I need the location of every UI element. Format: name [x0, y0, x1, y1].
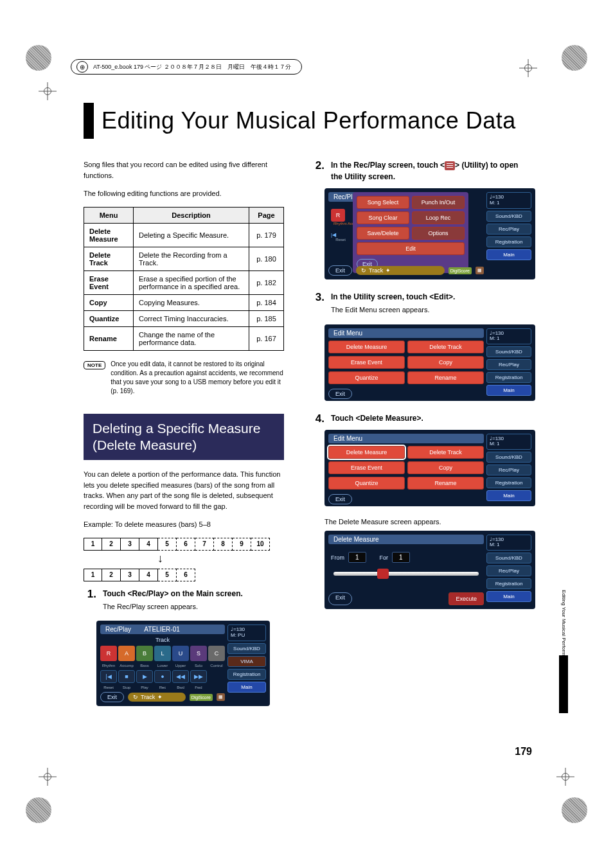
track-B[interactable]: B — [136, 646, 153, 661]
print-header: ⊕ AT-500_e.book 179 ページ ２００８年７月２８日 月曜日 午… — [71, 59, 302, 75]
side2-rec[interactable]: Rec/Play — [486, 224, 531, 235]
em-copy[interactable]: Copy — [407, 356, 484, 369]
transport-stop[interactable]: ■ — [118, 670, 135, 683]
em-erase[interactable]: Erase Event — [328, 356, 405, 369]
recplay-track-button[interactable]: ↻ Track ✦ — [128, 693, 186, 702]
recplay2-digi[interactable]: DigiScore — [449, 267, 472, 274]
table-row: Erase EventErase a specified portion of … — [84, 270, 284, 294]
title-accent — [84, 103, 94, 139]
util-punch[interactable]: Punch In/Out — [412, 196, 465, 209]
print-header-text: AT-500_e.book 179 ページ ２００８年７月２８日 月曜日 午後４… — [93, 63, 291, 71]
dm-execute[interactable]: Execute — [449, 592, 484, 605]
recplay-song: ATELIER-01 — [144, 626, 179, 633]
track-heading: Track — [100, 637, 225, 643]
intro-para-1: Song files that you record can be edited… — [84, 159, 284, 181]
digiscore-button[interactable]: DigiScore — [190, 694, 213, 701]
step-4-sub: The Delete Measure screen appears. — [324, 518, 530, 526]
step-2: 2. In the Rec/Play screen, touch <> (Uti… — [312, 159, 530, 184]
step-2-instr: In the Rec/Play screen, touch <> (Utilit… — [331, 159, 530, 182]
recplay2-exit[interactable]: Exit — [328, 265, 352, 276]
side2-main[interactable]: Main — [486, 249, 531, 260]
util-edit[interactable]: Edit — [357, 242, 465, 255]
right-column: 2. In the Rec/Play screen, touch <> (Uti… — [312, 159, 530, 621]
util-song-select[interactable]: Song Select — [357, 196, 409, 209]
em-quantize[interactable]: Quantize — [328, 371, 405, 384]
th-page: Page — [249, 207, 284, 223]
util-options[interactable]: Options — [412, 227, 465, 240]
em-rename[interactable]: Rename — [407, 371, 484, 384]
intro-para-2: The following editing functions are prov… — [84, 188, 284, 199]
track-S[interactable]: S — [190, 646, 207, 661]
recplay2-util[interactable]: ▦ — [475, 267, 484, 274]
track-L[interactable]: L — [154, 646, 171, 661]
chapter-title: Editing Your Musical Performance Data — [102, 107, 516, 134]
em-delmeasure[interactable]: Delete Measure — [328, 341, 405, 353]
reg-mark-tl — [39, 82, 57, 100]
side-tab-block — [559, 655, 568, 713]
reg-mark-tr — [519, 59, 537, 77]
step-1: 1. Touch <Rec/Play> on the Main screen. … — [84, 588, 284, 617]
step-4-instr: Touch <Delete Measure>. — [331, 412, 530, 424]
track-A[interactable]: A — [118, 646, 135, 661]
step-1-sub: The Rec/Play screen appears. — [103, 601, 284, 612]
deletemeasure-screenshot: Delete Measure From1 For1 Exit Execute ♩… — [324, 531, 535, 609]
functions-table: Menu Description Page Delete MeasureDele… — [84, 207, 284, 351]
step-4: 4. Touch <Delete Measure>. — [312, 412, 530, 426]
side-main[interactable]: Main — [227, 682, 266, 693]
util-loop[interactable]: Loop Rec — [412, 211, 465, 224]
utility-icon — [445, 161, 455, 170]
em-deltrack[interactable]: Delete Track — [407, 341, 484, 353]
th-desc: Description — [134, 207, 249, 223]
table-row: QuantizeCorrect Timing Inaccuracies.p. 1… — [84, 310, 284, 326]
recplay2-track[interactable]: ↻ Track ✦ — [356, 266, 445, 275]
recplay-screenshot: Rec/Play ATELIER-01 Track RABLUSC Rhythm… — [96, 621, 270, 706]
util-savedel[interactable]: Save/Delete — [357, 227, 409, 240]
side-vima[interactable]: VIMA — [227, 656, 266, 667]
step-2-num: 2. — [312, 159, 324, 184]
note-badge: NOTE — [84, 361, 105, 369]
step-3: 3. In the Utility screen, touch <Edit>. … — [312, 291, 530, 321]
transport-rec[interactable]: ● — [154, 670, 171, 683]
table-row: Delete MeasureDeleting a Specific Measur… — [84, 223, 284, 247]
side2-reg[interactable]: Registration — [486, 236, 531, 247]
track-U[interactable]: U — [172, 646, 189, 661]
note-block: NOTE Once you edit data, it cannot be re… — [84, 360, 284, 396]
section-intro: You can delete a portion of the performa… — [84, 469, 284, 511]
left-column: Song files that you record can be edited… — [84, 159, 284, 718]
em-exit[interactable]: Exit — [328, 389, 352, 399]
recplay-title: Rec/Play — [105, 626, 131, 633]
table-row: Delete TrackDelete the Recording from a … — [84, 247, 284, 270]
util-icon-button[interactable]: ▦ — [217, 693, 225, 701]
track-C[interactable]: C — [208, 646, 225, 661]
step-3-num: 3. — [312, 291, 324, 321]
transport-reset[interactable]: |◀ — [100, 670, 117, 683]
note-text: Once you edit data, it cannot be restore… — [111, 360, 284, 396]
down-arrow-icon: ↓ — [157, 552, 163, 565]
transport-play[interactable]: ▶ — [136, 670, 153, 683]
side-sound[interactable]: Sound/KBD — [227, 643, 266, 654]
reg-mark-bl — [39, 768, 57, 786]
track-R[interactable]: R — [100, 646, 117, 661]
side2-sound[interactable]: Sound/KBD — [486, 211, 531, 222]
from-field[interactable]: 1 — [348, 552, 366, 563]
recplay-exit-button[interactable]: Exit — [100, 692, 124, 702]
utility-popup-screenshot: Rec/Pl R Rhythm Acc |◀ Reset Song Select… — [324, 188, 535, 279]
tempo2: ♩=130M: 1 — [486, 192, 531, 209]
reg-mark-br — [556, 768, 574, 786]
side-reg[interactable]: Registration — [227, 669, 266, 680]
print-corner-bl — [26, 797, 51, 823]
range-slider[interactable] — [333, 572, 479, 576]
measure-diagram: 12345678910 ↓ 123456 — [84, 538, 284, 581]
step-1-num: 1. — [84, 588, 96, 617]
for-field[interactable]: 1 — [392, 552, 410, 563]
utility-popup: Song SelectPunch In/Out Song ClearLoop R… — [353, 192, 468, 273]
step-4-num: 4. — [312, 412, 324, 426]
print-corner-br — [562, 797, 587, 823]
page-number: 179 — [515, 746, 532, 757]
transport-bwd[interactable]: ◀◀ — [172, 670, 189, 683]
dm-exit[interactable]: Exit — [328, 592, 352, 605]
util-song-clear[interactable]: Song Clear — [357, 211, 409, 224]
transport-fwd[interactable]: ▶▶ — [190, 670, 207, 683]
editmenu-screenshot-1: Edit Menu Delete MeasureDelete Track Era… — [324, 324, 535, 401]
em2-delmeasure-selected[interactable]: Delete Measure — [328, 446, 405, 459]
